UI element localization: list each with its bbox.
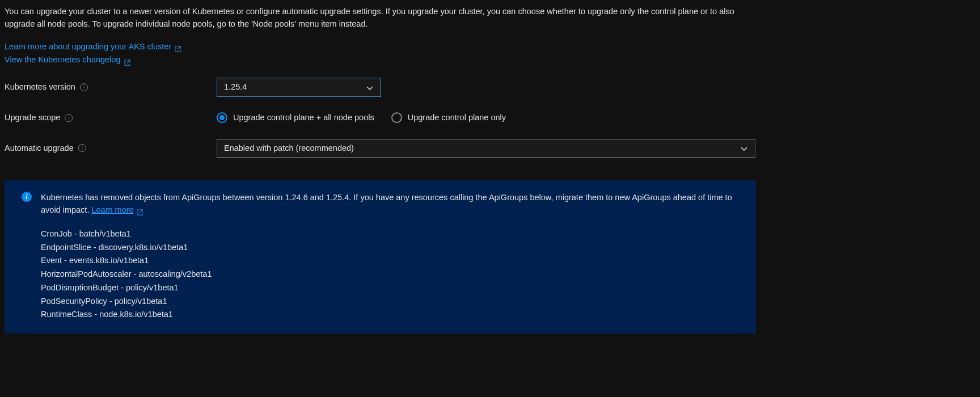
upgrade-scope-row: Upgrade scope i Upgrade control plane + … xyxy=(5,112,975,124)
upgrade-scope-radio-group: Upgrade control plane + all node pools U… xyxy=(217,112,506,124)
list-item: EndpointSlice - discovery.k8s.io/v1beta1 xyxy=(41,242,739,254)
changelog-link-label: View the Kubernetes changelog xyxy=(5,54,121,66)
kubernetes-version-row: Kubernetes version i 1.25.4 xyxy=(5,78,975,97)
info-icon[interactable]: i xyxy=(65,114,73,122)
upgrade-scope-label: Upgrade scope i xyxy=(5,112,217,124)
list-item: HorizontalPodAutoscaler - autoscaling/v2… xyxy=(41,268,739,281)
automatic-upgrade-label: Automatic upgrade i xyxy=(5,142,217,155)
external-link-icon xyxy=(124,57,130,64)
upgrade-scope-label-text: Upgrade scope xyxy=(5,112,60,124)
external-link-icon xyxy=(137,207,143,213)
automatic-upgrade-value: Enabled with patch (recommended) xyxy=(224,142,354,155)
external-link-icon xyxy=(175,44,181,50)
kubernetes-version-label: Kubernetes version i xyxy=(5,81,217,94)
migration-notice: i Kubernetes has removed objects from Ap… xyxy=(5,180,756,333)
kubernetes-version-value: 1.25.4 xyxy=(224,81,247,94)
kubernetes-version-dropdown[interactable]: 1.25.4 xyxy=(217,78,381,97)
automatic-upgrade-dropdown[interactable]: Enabled with patch (recommended) xyxy=(217,139,755,158)
list-item: Event - events.k8s.io/v1beta1 xyxy=(41,255,739,267)
info-icon[interactable]: i xyxy=(78,144,86,152)
learn-more-link[interactable]: Learn more about upgrading your AKS clus… xyxy=(5,41,181,53)
scope-option-control-plane-label: Upgrade control plane only xyxy=(408,112,506,124)
notice-learn-more-link[interactable]: Learn more xyxy=(91,204,142,217)
scope-option-all[interactable]: Upgrade control plane + all node pools xyxy=(217,112,374,124)
info-icon[interactable]: i xyxy=(80,83,88,91)
list-item: CronJob - batch/v1beta1 xyxy=(41,228,739,240)
links-section: Learn more about upgrading your AKS clus… xyxy=(5,41,975,67)
info-icon: i xyxy=(22,192,32,202)
intro-text: You can upgrade your cluster to a newer … xyxy=(5,6,747,31)
learn-more-link-label: Learn more about upgrading your AKS clus… xyxy=(5,41,171,53)
list-item: RuntimeClass - node.k8s.io/v1beta1 xyxy=(41,309,739,321)
list-item: PodDisruptionBudget - policy/v1beta1 xyxy=(41,282,739,294)
radio-selected-icon xyxy=(217,112,227,123)
notice-api-list: CronJob - batch/v1beta1 EndpointSlice - … xyxy=(41,228,739,321)
automatic-upgrade-label-text: Automatic upgrade xyxy=(5,142,74,155)
automatic-upgrade-row: Automatic upgrade i Enabled with patch (… xyxy=(5,139,975,158)
chevron-down-icon xyxy=(366,83,374,91)
chevron-down-icon xyxy=(740,144,748,152)
kubernetes-version-label-text: Kubernetes version xyxy=(5,81,75,94)
changelog-link[interactable]: View the Kubernetes changelog xyxy=(5,54,130,66)
list-item: PodSecurityPolicy - policy/v1beta1 xyxy=(41,295,739,308)
scope-option-all-label: Upgrade control plane + all node pools xyxy=(233,112,374,124)
notice-text-content: Kubernetes has removed objects from ApiG… xyxy=(41,193,732,214)
scope-option-control-plane[interactable]: Upgrade control plane only xyxy=(391,112,506,124)
notice-text: Kubernetes has removed objects from ApiG… xyxy=(41,192,739,217)
radio-unselected-icon xyxy=(391,112,402,123)
notice-learn-more-label: Learn more xyxy=(91,204,133,217)
